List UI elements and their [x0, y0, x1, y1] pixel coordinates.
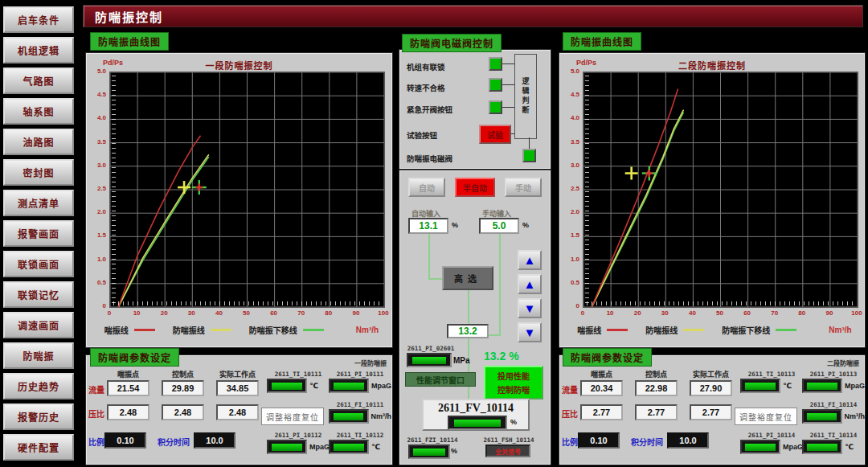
manual-input-field[interactable]: 5.0 [479, 218, 519, 234]
param-value-field[interactable]: 2.48 [216, 404, 259, 420]
y-tick: 2.5 [87, 185, 106, 192]
led-bar [272, 444, 302, 451]
led-display [329, 409, 369, 424]
tag-name: 2611_FI_10114 [802, 401, 865, 408]
y-tick: 4.5 [87, 91, 106, 98]
sidebar-item-3[interactable]: 气路图 [3, 68, 74, 94]
tag-unit: MpaG [783, 443, 803, 451]
sidebar-item-4[interactable]: 轴系图 [3, 98, 74, 125]
param-value-field[interactable]: 2.77 [580, 404, 623, 420]
test-button[interactable]: 试验 [479, 125, 511, 144]
legend-item: 防喘振线 [173, 324, 231, 336]
param-value-field[interactable]: 2.77 [635, 404, 678, 420]
y-tick: 3.0 [87, 162, 106, 169]
legend-label: 防喘振下移线 [722, 324, 770, 336]
solenoid-row-label: 转速不合格 [407, 82, 445, 93]
led-row: MpaG [740, 440, 803, 454]
legend-label: 喘振线 [104, 324, 129, 336]
decrease-fast-button[interactable]: ▼ [518, 322, 542, 342]
x-tick: 0 [575, 309, 591, 317]
sidebar-item-12[interactable]: 防喘振 [3, 342, 74, 369]
sidebar-item-13[interactable]: 历史趋势 [3, 373, 74, 399]
tag-unit: ℃ [783, 382, 792, 390]
enable-performance-button[interactable]: 投用性能 控制防喘 [484, 366, 543, 399]
increase-button[interactable]: ▲ [518, 274, 542, 294]
x-tick: 20 [629, 309, 645, 317]
legend-item: 喘振线 [104, 324, 155, 336]
sidebar-item-9[interactable]: 联锁画面 [3, 251, 74, 277]
led-display [802, 379, 842, 393]
high-select-button[interactable]: 高选 [442, 266, 493, 290]
sidebar-item-11[interactable]: 调速画面 [3, 312, 74, 338]
tag-2611_TI_10111: 2611_TI_10111℃ [267, 371, 330, 393]
led-row: Nm³/h [329, 409, 391, 424]
y-tick: 4.0 [560, 114, 579, 121]
legend-item: 喘振线 [577, 324, 628, 336]
mode-auto-button[interactable]: 自动 [408, 178, 445, 197]
param-value-field[interactable]: 2.48 [107, 404, 149, 420]
valve-unit: % [510, 418, 517, 426]
proportional-value-field[interactable]: 0.10 [578, 432, 620, 449]
param-value-field[interactable]: 27.90 [690, 380, 732, 396]
tag-2611_PI_10114: 2611_PI_10114MpaG [740, 432, 803, 454]
column-header: 控制点 [162, 369, 204, 379]
title-bar: 防喘振控制 [83, 5, 863, 27]
param-value-field[interactable]: 2.77 [690, 404, 732, 420]
sidebar-item-6[interactable]: 密封图 [3, 159, 74, 186]
y-tick: 3.5 [560, 138, 579, 145]
x-axis-unit: Nm³/h [829, 326, 851, 334]
mode-semiauto-button[interactable]: 半自动 [455, 178, 495, 197]
sidebar-item-5[interactable]: 油路图 [3, 129, 74, 155]
param-value-field[interactable]: 21.54 [107, 380, 149, 396]
row-label-ratio: 压比 [562, 408, 578, 420]
valve-closed-status: 全关信号 [485, 444, 530, 457]
sidebar-item-7[interactable]: 测点清单 [3, 190, 74, 216]
mode-manual-button[interactable]: 手动 [505, 178, 542, 197]
sidebar-item-8[interactable]: 报警画面 [3, 220, 74, 247]
param-value-field[interactable]: 22.98 [635, 380, 678, 396]
tag-name: 2611_TI_10114 [802, 432, 865, 439]
param-value-field[interactable]: 34.85 [216, 380, 259, 396]
solenoid-row-label: 机组有联锁 [407, 61, 445, 72]
param-value-field[interactable]: 29.89 [162, 380, 204, 396]
antisurge-control-panel: 自动 半自动 手动 自动输入 手动输入 13.1 % 5.0 % 高选 ▲ ▲ … [399, 170, 551, 465]
sidebar-item-1[interactable]: 启车条件 [3, 6, 74, 33]
tag-name: 2611_TI_10111 [267, 371, 330, 378]
row-label-flow: 流量 [88, 383, 104, 395]
led-bar [745, 444, 776, 451]
led-bar [334, 444, 364, 451]
sidebar-item-10[interactable]: 联锁记忆 [3, 281, 74, 308]
integral-time-label: 积分时间 [158, 436, 190, 448]
auto-input-unit: % [452, 221, 458, 229]
param-value-field[interactable]: 2.48 [162, 404, 204, 420]
x-tick: 40 [684, 309, 700, 317]
legend-label: 防喘振线 [173, 324, 205, 336]
x-minor-ticks [587, 301, 854, 305]
x-tick: 100 [375, 309, 391, 317]
solenoid-row-label: 防喘振电磁阀 [407, 153, 452, 164]
sidebar-item-2[interactable]: 机组逻辑 [3, 37, 74, 63]
increase-fast-button[interactable]: ▲ [518, 250, 542, 270]
param-value-field[interactable]: 20.34 [580, 380, 623, 396]
y-tick: 1.5 [87, 231, 106, 239]
tag-unit: MpaG [371, 382, 391, 390]
integral-time-value-field[interactable]: 10.0 [194, 432, 235, 449]
signal-line [468, 338, 469, 399]
decrease-button[interactable]: ▼ [518, 298, 542, 318]
manual-input-unit: % [522, 221, 529, 229]
sidebar-item-15[interactable]: 硬件配置 [3, 434, 74, 461]
tag-name: 2611_TI_10112 [329, 432, 391, 439]
valve-position-tag: 2611_FZI_10114 [407, 436, 458, 444]
y-tick: 3.5 [87, 138, 106, 145]
x-tick: 90 [821, 309, 837, 317]
signal-line [468, 290, 469, 324]
margin-reset-button[interactable]: 调整裕度复位 [735, 408, 797, 425]
sidebar-item-14[interactable]: 报警历史 [3, 404, 74, 430]
margin-reset-button[interactable]: 调整裕度复位 [261, 408, 324, 425]
y-axis-label: Pd/Ps [103, 59, 123, 67]
row-label-ratio: 压比 [88, 408, 104, 420]
integral-time-value-field[interactable]: 10.0 [667, 432, 709, 449]
proportional-value-field[interactable]: 0.10 [104, 432, 146, 449]
tag-2611_FI_10114: 2611_FI_10114Nm³/h [802, 401, 865, 424]
auto-input-field[interactable]: 13.1 [408, 218, 448, 234]
